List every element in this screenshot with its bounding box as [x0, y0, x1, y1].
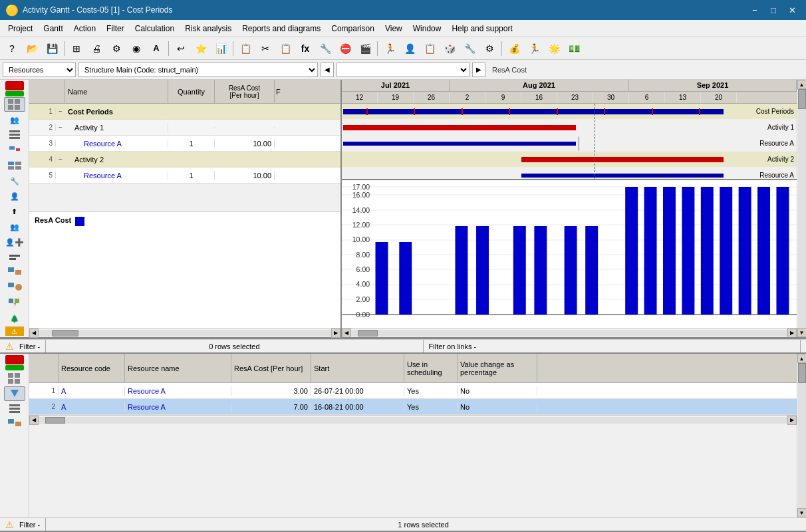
chart-scroll-left[interactable]: ◀	[342, 329, 351, 338]
wrench-button[interactable]: 🔧	[460, 39, 479, 58]
sidebar-icon-5[interactable]	[4, 128, 25, 142]
menu-action[interactable]: Action	[68, 20, 101, 37]
table-row[interactable]: 5 Resource A 1 10.00	[29, 168, 340, 184]
bs-icon-3[interactable]	[4, 371, 25, 386]
nav-next-button[interactable]: ▶	[472, 63, 485, 77]
close-button[interactable]: ✕	[783, 3, 801, 17]
settings-button[interactable]: ⚙	[107, 39, 126, 58]
filter-btn[interactable]: 🔧	[316, 39, 335, 58]
bvscroll-down[interactable]: ▼	[797, 508, 807, 517]
sidebar-icon-2[interactable]	[5, 91, 24, 96]
table-row[interactable]: 1 − Cost Periods	[29, 104, 340, 120]
table-row[interactable]: 2 − Activity 1	[29, 120, 340, 136]
month-sep: Sep 2021	[629, 80, 797, 91]
menu-view[interactable]: View	[380, 20, 408, 37]
bs-icon-2[interactable]	[5, 365, 24, 370]
nav-prev-button[interactable]: ◀	[321, 63, 334, 77]
sidebar-icon-17[interactable]: 🌲	[4, 311, 25, 326]
money-button[interactable]: 💰	[505, 39, 523, 58]
list-item[interactable]: 1 A Resource A 3.00 26-07-21 00:00 Yes N…	[29, 383, 797, 399]
gantt-vscroll[interactable]: ▲ ▼	[797, 80, 806, 337]
sidebar-icon-12[interactable]: 👤➕	[4, 235, 25, 249]
bottom-vscroll[interactable]: ▲ ▼	[797, 354, 806, 517]
sidebar-icon-6[interactable]	[4, 143, 25, 158]
scroll-thumb-h[interactable]	[52, 330, 78, 336]
gantt-table-hscroll[interactable]: ◀ ▶	[29, 328, 340, 337]
chart-scroll-right[interactable]: ▶	[787, 329, 797, 338]
sidebar-icon-9[interactable]: 👤	[4, 189, 25, 203]
film-button[interactable]: 🎬	[356, 39, 374, 58]
bottom-scroll-right[interactable]: ▶	[787, 416, 797, 425]
run-button[interactable]: 🏃	[380, 39, 399, 58]
run2-button[interactable]: 🏃	[525, 39, 543, 58]
vscroll-down[interactable]: ▼	[797, 328, 807, 337]
formula-button[interactable]: fx	[296, 39, 315, 58]
open-button[interactable]: 📂	[23, 39, 41, 58]
menu-project[interactable]: Project	[3, 20, 38, 37]
sidebar-icon-15[interactable]	[4, 281, 25, 295]
table-row[interactable]: 3 Resource A 1 10.00	[29, 136, 340, 152]
table-row[interactable]: 4 − Activity 2	[29, 152, 340, 168]
stop-button[interactable]: ⛔	[336, 39, 354, 58]
bottom-hscroll[interactable]: ◀ ▶	[29, 415, 797, 424]
bottom-scroll-left[interactable]: ◀	[29, 416, 39, 425]
help-button[interactable]: ?	[3, 39, 21, 58]
user-button[interactable]: 👤	[400, 39, 419, 58]
sidebar-icon-3[interactable]	[4, 97, 25, 112]
menu-comparison[interactable]: Comparison	[326, 20, 380, 37]
menu-gantt[interactable]: Gantt	[38, 20, 68, 37]
sidebar-icon-7[interactable]	[4, 158, 25, 173]
bookmark-button[interactable]: ⭐	[192, 39, 210, 58]
list-button[interactable]: 📋	[420, 39, 439, 58]
left-sidebar: 👥 🔧 👤 ⬆ 👥 👤➕	[0, 80, 29, 337]
maximize-button[interactable]: □	[765, 3, 782, 17]
bs-icon-1[interactable]	[5, 355, 24, 364]
minimize-button[interactable]: −	[746, 3, 763, 17]
export-button[interactable]: 📊	[211, 39, 230, 58]
sidebar-icon-16[interactable]: ?	[4, 296, 25, 311]
menu-reports[interactable]: Reports and diagrams	[237, 20, 326, 37]
font-button[interactable]: A	[147, 39, 166, 58]
star-button[interactable]: 🌟	[545, 39, 563, 58]
chart-hscroll-thumb[interactable]	[358, 330, 378, 336]
menu-filter[interactable]: Filter	[101, 20, 130, 37]
cut-button[interactable]: ✂	[256, 39, 275, 58]
sidebar-icon-10[interactable]: ⬆	[4, 204, 25, 219]
bs-icon-6[interactable]	[4, 417, 25, 432]
scroll-right-arrow[interactable]: ▶	[331, 329, 340, 338]
table-button[interactable]: ⊞	[67, 39, 86, 58]
view-select[interactable]	[336, 63, 470, 77]
sidebar-icon-11[interactable]: 👥	[4, 219, 25, 234]
scroll-left-arrow[interactable]: ◀	[29, 329, 39, 338]
paste-button[interactable]: 📋	[276, 39, 295, 58]
dice-button[interactable]: 🎲	[440, 39, 459, 58]
sidebar-icon-14[interactable]	[4, 265, 25, 280]
chart-button[interactable]: ◉	[127, 39, 146, 58]
gear2-button[interactable]: ⚙	[480, 39, 499, 58]
bs-icon-5[interactable]	[4, 402, 25, 416]
menu-risk[interactable]: Risk analysis	[180, 20, 237, 37]
sidebar-icon-13[interactable]	[4, 250, 25, 265]
vscroll-up[interactable]: ▲	[797, 80, 807, 89]
copy-button[interactable]: 📋	[236, 39, 255, 58]
bvscroll-up[interactable]: ▲	[797, 354, 807, 363]
address-bar: Resources Structure Main (Code: struct_m…	[0, 60, 806, 80]
menu-window[interactable]: Window	[408, 20, 447, 37]
menu-help[interactable]: Help and support	[446, 20, 517, 37]
structure-select[interactable]: Structure Main (Code: struct_main)	[78, 63, 318, 77]
sidebar-icon-8[interactable]: 🔧	[4, 174, 25, 188]
bs-icon-4[interactable]	[4, 386, 25, 401]
menu-calculation[interactable]: Calculation	[130, 20, 180, 37]
print-button[interactable]: 🖨	[87, 39, 106, 58]
save-button[interactable]: 💾	[43, 39, 61, 58]
list-item[interactable]: 2 A Resource A 7.00 16-08-21 00:00 Yes N…	[29, 399, 797, 415]
sidebar-icon-4[interactable]: 👥	[4, 112, 25, 127]
gantt-chart-hscroll[interactable]: ◀ ▶	[342, 328, 797, 337]
bottom-hscroll-thumb[interactable]	[45, 417, 65, 424]
undo-button[interactable]: ↩	[172, 39, 190, 58]
vscroll-thumb[interactable]	[798, 89, 806, 109]
sidebar-icon-1[interactable]	[5, 81, 24, 90]
resource-select[interactable]: Resources	[3, 63, 76, 77]
bvscroll-thumb[interactable]	[798, 363, 806, 383]
dollar-button[interactable]: 💵	[565, 39, 583, 58]
